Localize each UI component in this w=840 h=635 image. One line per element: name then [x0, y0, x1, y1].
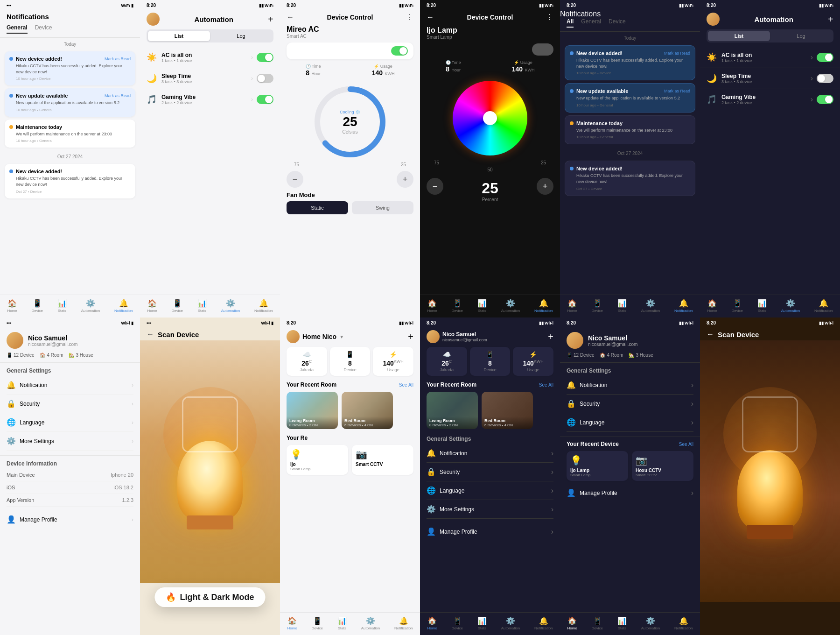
add-button-p6[interactable]: + — [828, 14, 833, 25]
mark-read-d1[interactable]: Mark as Read — [664, 51, 690, 56]
room-living-dark[interactable]: Living Room 8 Devices • 2 ON — [427, 392, 478, 429]
settings-notif-dark[interactable]: 🔔 Notification › — [427, 444, 553, 463]
tab-general[interactable]: General — [7, 24, 28, 34]
room-bed-light[interactable]: Bed Room 6 Devices • 4 ON — [342, 392, 393, 429]
nav-stats-p11[interactable]: 📊Stats — [617, 616, 627, 630]
nav-notification-p11[interactable]: 🔔Notification — [674, 616, 693, 630]
color-wheel[interactable] — [453, 81, 527, 155]
device-card-lamp-light[interactable]: 💡 Ijo Smart Lamp — [287, 445, 348, 475]
seg-list-p6[interactable]: List — [708, 31, 770, 41]
settings-notification-light[interactable]: 🔔 Notification › — [7, 376, 133, 395]
room-living-light[interactable]: Living Room 8 Devices • 2 ON — [287, 392, 338, 429]
tab-all-p5[interactable]: All — [567, 18, 574, 28]
settings-lang-dark[interactable]: 🌐 Language › — [427, 481, 553, 500]
nav-home-p11[interactable]: 🏠Home — [567, 616, 577, 630]
nav-stats-p5[interactable]: 📊Stats — [617, 299, 627, 313]
nav-stats-p6[interactable]: 📊Stats — [757, 299, 767, 313]
manage-profile-dark[interactable]: 👤 Manage Profile › — [420, 522, 560, 542]
toggle-3[interactable] — [257, 95, 273, 104]
device-card-cctv-light[interactable]: 📷 Smart CCTV — [352, 445, 413, 475]
settings-more-dark[interactable]: ⚙️ More Settings › — [427, 500, 553, 519]
nav-device-p1[interactable]: 📱Device — [32, 299, 43, 313]
nav-home-p2[interactable]: 🏠Home — [147, 299, 157, 313]
toggle-d2[interactable] — [817, 74, 833, 83]
lamp-decrease-btn[interactable]: − — [427, 178, 443, 195]
tab-general-p5[interactable]: General — [581, 18, 601, 28]
nav-automation-p5[interactable]: ⚙️Automation — [641, 299, 660, 313]
nav-automation-p4[interactable]: ⚙️Automation — [501, 299, 520, 313]
nav-home-p1[interactable]: 🏠Home — [7, 299, 17, 313]
nav-home-p9[interactable]: 🏠Home — [287, 616, 297, 630]
nav-device-p9[interactable]: 📱Device — [312, 616, 323, 630]
nav-automation-p6[interactable]: ⚙️Automation — [781, 299, 800, 313]
back-btn-p12[interactable]: ← — [707, 330, 714, 339]
settings-language-light[interactable]: 🌐 Language › — [7, 413, 133, 432]
nav-home-p10[interactable]: 🏠Home — [427, 616, 437, 630]
nav-device-p6[interactable]: 📱Device — [732, 299, 743, 313]
nav-stats-p10[interactable]: 📊Stats — [477, 616, 487, 630]
nav-automation-p11[interactable]: ⚙️Automation — [641, 616, 660, 630]
settings-lang-dp[interactable]: 🌐 Language › — [567, 413, 693, 432]
nav-device-p2[interactable]: 📱Device — [172, 299, 183, 313]
back-btn-p8[interactable]: ← — [147, 330, 154, 339]
increase-btn[interactable]: + — [397, 171, 413, 188]
manage-profile-dark-profile[interactable]: 👤 Manage Profile › — [560, 483, 700, 503]
tab-device[interactable]: Device — [35, 24, 52, 34]
device-card-cctv-dark[interactable]: 📷 Hoxu CCTV Smart CCTV — [632, 451, 693, 481]
settings-notif-dark-profile[interactable]: 🔔 Notification › — [567, 376, 693, 395]
decrease-btn[interactable]: − — [287, 171, 303, 188]
toggle-d3[interactable] — [817, 95, 833, 104]
toggle-2[interactable] — [257, 74, 273, 83]
device-power-toggle[interactable] — [391, 46, 408, 56]
device-card-lamp-dark[interactable]: 💡 Ijo Lamp Smart Lamp — [567, 451, 628, 481]
nav-automation-p10[interactable]: ⚙️Automation — [501, 616, 520, 630]
lamp-increase-btn[interactable]: + — [537, 178, 553, 195]
nav-notification-p6[interactable]: 🔔Notification — [814, 299, 833, 313]
see-all-devices-dark[interactable]: See All — [679, 442, 693, 447]
nav-automation-p2[interactable]: ⚙️Automation — [221, 299, 240, 313]
add-btn-home-dark[interactable]: + — [548, 332, 553, 342]
settings-security-dp[interactable]: 🔒 Security › — [567, 395, 693, 413]
back-button-p3[interactable]: ← — [287, 13, 294, 21]
room-bed-dark[interactable]: Bed Room 6 Devices • 4 ON — [482, 392, 533, 429]
nav-notification-p4[interactable]: 🔔Notification — [534, 299, 553, 313]
nav-home-p6[interactable]: 🏠Home — [707, 299, 717, 313]
seg-list[interactable]: List — [148, 31, 210, 41]
nav-notification-p1[interactable]: 🔔Notification — [114, 299, 133, 313]
add-button-p2[interactable]: + — [268, 14, 273, 25]
nav-stats-p1[interactable]: 📊Stats — [57, 299, 67, 313]
nav-home-p5[interactable]: 🏠Home — [567, 299, 577, 313]
see-all-rooms-light[interactable]: See All — [399, 382, 413, 388]
nav-device-p11[interactable]: 📱Device — [592, 616, 603, 630]
back-button-p4[interactable]: ← — [427, 13, 434, 21]
nav-notification-p9[interactable]: 🔔Notification — [394, 616, 413, 630]
mark-read-d2[interactable]: Mark as Read — [664, 89, 690, 93]
seg-log-p6[interactable]: Log — [770, 31, 832, 41]
add-btn-home-light[interactable]: + — [408, 332, 413, 342]
nav-stats-p4[interactable]: 📊Stats — [477, 299, 487, 313]
nav-stats-p9[interactable]: 📊Stats — [337, 616, 347, 630]
see-all-rooms-dark[interactable]: See All — [539, 382, 553, 388]
mark-read-2[interactable]: Mark as Read — [105, 93, 131, 98]
nav-device-p10[interactable]: 📱Device — [452, 616, 463, 630]
settings-security-dark[interactable]: 🔒 Security › — [427, 463, 553, 481]
tab-device-p5[interactable]: Device — [609, 18, 626, 28]
nav-automation-p1[interactable]: ⚙️Automation — [81, 299, 100, 313]
dots-menu-p3[interactable]: ⋮ — [406, 13, 413, 21]
manage-profile-light[interactable]: 👤 Manage Profile › — [0, 509, 140, 529]
fan-swing[interactable]: Swing — [352, 201, 413, 214]
dropdown-icon-light[interactable]: ▼ — [339, 334, 344, 339]
lamp-toggle[interactable] — [532, 43, 553, 56]
nav-automation-p9[interactable]: ⚙️Automation — [361, 616, 380, 630]
mark-read-1[interactable]: Mark as Read — [105, 56, 131, 61]
seg-log[interactable]: Log — [210, 31, 272, 41]
nav-stats-p2[interactable]: 📊Stats — [197, 299, 207, 313]
toggle-d1[interactable] — [817, 53, 833, 62]
toggle-1[interactable] — [257, 53, 273, 62]
nav-notification-p10[interactable]: 🔔Notification — [534, 616, 553, 630]
settings-more-light[interactable]: ⚙️ More Settings › — [7, 432, 133, 451]
nav-device-p5[interactable]: 📱Device — [592, 299, 603, 313]
nav-notification-p2[interactable]: 🔔Notification — [254, 299, 273, 313]
fan-static[interactable]: Static — [287, 201, 348, 214]
nav-home-p4[interactable]: 🏠Home — [427, 299, 437, 313]
